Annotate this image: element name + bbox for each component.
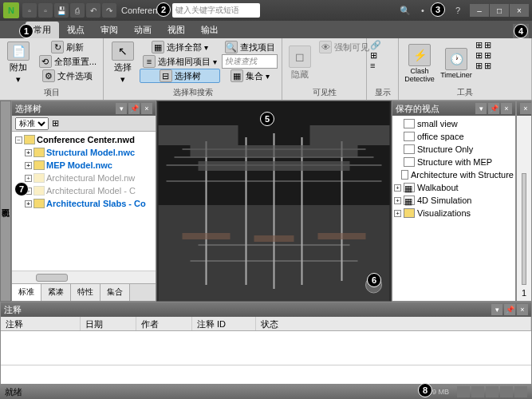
panel-pin-icon[interactable]: 📌 xyxy=(488,103,499,114)
select-all-button[interactable]: ▦选择全部▾ xyxy=(140,40,220,54)
comment-text-area[interactable] xyxy=(1,365,531,384)
3d-viewport[interactable] xyxy=(156,101,392,302)
tree-node[interactable]: +Architectural Model.nw xyxy=(14,172,154,184)
panel-menu-icon[interactable]: ▾ xyxy=(116,103,127,114)
panel-pin-icon[interactable]: 📌 xyxy=(128,103,140,114)
viewpoint-item[interactable]: +▦4D Simulation xyxy=(394,194,514,207)
select-button[interactable]: ↖ 选择 ▾ xyxy=(107,40,138,86)
clash-button[interactable]: ⚡ Clash Detective xyxy=(402,40,437,86)
ribbon-tab-viewpoint[interactable]: 视点 xyxy=(59,22,93,38)
viewpoint-item[interactable]: Structure with MEP xyxy=(394,156,514,168)
viewpoint-item[interactable]: small view xyxy=(394,117,514,130)
ribbon-tab-animation[interactable]: 动画 xyxy=(126,22,160,38)
expand-icon[interactable]: + xyxy=(25,200,32,207)
app-logo[interactable]: N xyxy=(3,2,19,18)
vertical-slider[interactable] xyxy=(522,173,526,285)
tree-node-root[interactable]: −Conference Center.nwd xyxy=(14,133,154,146)
refresh-button[interactable]: ↻刷新 xyxy=(36,40,100,54)
viewpoint-item[interactable]: +Visualizations xyxy=(394,207,514,219)
tree-node[interactable]: +Architectural Slabs - Co xyxy=(14,197,154,210)
panel-close-icon[interactable]: × xyxy=(501,103,512,114)
key-icon[interactable]: • xyxy=(416,3,430,18)
sets-button[interactable]: ▦集合▾ xyxy=(222,69,278,83)
saved-viewpoints-header[interactable]: 保存的视点 ▾ 📌 × xyxy=(392,101,515,116)
reset-all-button[interactable]: ⟲全部重置... xyxy=(36,54,100,69)
column-status[interactable]: 状态 xyxy=(256,317,531,330)
tool-icon-2[interactable]: ⊞ xyxy=(475,50,483,61)
qat-print-icon[interactable]: ⎙ xyxy=(70,3,85,18)
comments-grid-body[interactable] xyxy=(1,331,531,365)
ribbon-tab-review[interactable]: 审阅 xyxy=(93,22,126,38)
qat-redo-icon[interactable]: ↷ xyxy=(102,3,116,18)
expand-icon[interactable]: + xyxy=(25,149,32,156)
qat-new-icon[interactable]: ▫ xyxy=(22,3,37,18)
qat-open-icon[interactable]: ▫ xyxy=(38,3,53,18)
minimize-button[interactable]: – xyxy=(470,4,489,17)
quick-find-input[interactable]: 快速查找 xyxy=(222,54,278,69)
tree-mode-select[interactable]: 标准 xyxy=(15,117,49,130)
scrollbar-thumb[interactable] xyxy=(36,274,68,282)
ribbon-tab-output[interactable]: 输出 xyxy=(193,22,227,38)
column-id[interactable]: 注释 ID xyxy=(192,317,256,330)
append-button[interactable]: 📄 附加 ▾ xyxy=(3,40,34,86)
status-btn-1[interactable] xyxy=(457,386,470,397)
status-btn-4[interactable] xyxy=(500,386,513,397)
timeliner-button[interactable]: 🕐 TimeLiner xyxy=(439,40,474,86)
properties-header[interactable]: × xyxy=(517,101,531,116)
status-btn-5[interactable] xyxy=(514,386,527,397)
find-items-button[interactable]: 🔍查找项目 xyxy=(222,40,278,54)
expand-icon[interactable]: + xyxy=(25,175,32,182)
maximize-button[interactable]: □ xyxy=(490,4,509,17)
tree-body[interactable]: −Conference Center.nwd +Structural Model… xyxy=(12,132,156,271)
column-date[interactable]: 日期 xyxy=(81,317,136,330)
viewpoint-item[interactable]: office space xyxy=(394,130,514,143)
force-visible-button[interactable]: 👁强制可见 xyxy=(316,40,372,54)
plan-view-tab[interactable]: 平面视图 xyxy=(0,101,11,302)
help-icon[interactable]: ? xyxy=(451,3,465,18)
selection-tree-button[interactable]: ⊟选择树 xyxy=(140,69,220,83)
viewpoints-body[interactable]: small view office space Structure Only S… xyxy=(392,116,515,301)
panel-menu-icon[interactable]: ▾ xyxy=(475,103,487,114)
viewpoint-item[interactable]: Structure Only xyxy=(394,143,514,156)
display-icon-3[interactable]: ≡ xyxy=(370,61,381,70)
expand-icon[interactable]: + xyxy=(394,210,401,217)
tree-node[interactable]: +Architectural Model - C xyxy=(14,184,154,197)
qat-save-icon[interactable]: 💾 xyxy=(54,3,69,18)
expand-icon[interactable]: + xyxy=(394,184,401,192)
expand-icon[interactable]: + xyxy=(394,197,401,204)
column-comment[interactable]: 注释 xyxy=(1,317,81,330)
tree-horizontal-scrollbar[interactable] xyxy=(12,271,156,283)
column-author[interactable]: 作者 xyxy=(136,317,192,330)
status-btn-3[interactable] xyxy=(486,386,499,397)
tool-icon-5[interactable]: ⊞ xyxy=(484,50,491,61)
hide-button[interactable]: ◻ 隐藏 xyxy=(286,40,314,86)
tool-icon-4[interactable]: ⊞ xyxy=(484,40,491,50)
tree-tab-standard[interactable]: 标准 xyxy=(12,284,41,301)
tree-tab-sets[interactable]: 集合 xyxy=(100,284,130,301)
collapse-icon[interactable]: − xyxy=(15,136,22,144)
ribbon-tab-view[interactable]: 视图 xyxy=(160,22,193,38)
viewpoint-item[interactable]: +▦Walkabout xyxy=(394,181,514,194)
tool-icon-1[interactable]: ⊞ xyxy=(475,40,483,50)
help-search-input[interactable]: 键入关键字或短语 xyxy=(172,3,260,18)
file-options-button[interactable]: ⚙文件选项 xyxy=(36,69,100,83)
close-button[interactable]: × xyxy=(510,4,529,17)
tree-node[interactable]: +Structural Model.nwc xyxy=(14,146,154,159)
panel-close-icon[interactable]: × xyxy=(517,304,528,315)
status-btn-2[interactable] xyxy=(471,386,484,397)
select-same-button[interactable]: ≡选择相同项目▾ xyxy=(140,54,220,69)
viewpoint-item[interactable]: Architecture with Structure xyxy=(394,168,514,181)
panel-pin-icon[interactable]: 📌 xyxy=(504,304,515,315)
expand-icon[interactable]: + xyxy=(25,162,32,169)
panel-close-icon[interactable]: × xyxy=(520,103,531,114)
tree-tab-compact[interactable]: 紧凑 xyxy=(41,284,71,301)
tool-icon-6[interactable]: ⊞ xyxy=(484,61,491,71)
binoculars-icon[interactable]: 🔍 xyxy=(398,3,412,18)
qat-undo-icon[interactable]: ↶ xyxy=(86,3,100,18)
tool-icon-3[interactable]: ⊞ xyxy=(475,61,483,71)
selection-tree-header[interactable]: 选择树 ▾ 📌 × xyxy=(12,101,156,116)
tree-tab-properties[interactable]: 特性 xyxy=(71,284,100,301)
tree-tool-icon[interactable]: ⊞ xyxy=(52,118,59,128)
panel-menu-icon[interactable]: ▾ xyxy=(491,304,502,315)
panel-close-icon[interactable]: × xyxy=(141,103,152,114)
